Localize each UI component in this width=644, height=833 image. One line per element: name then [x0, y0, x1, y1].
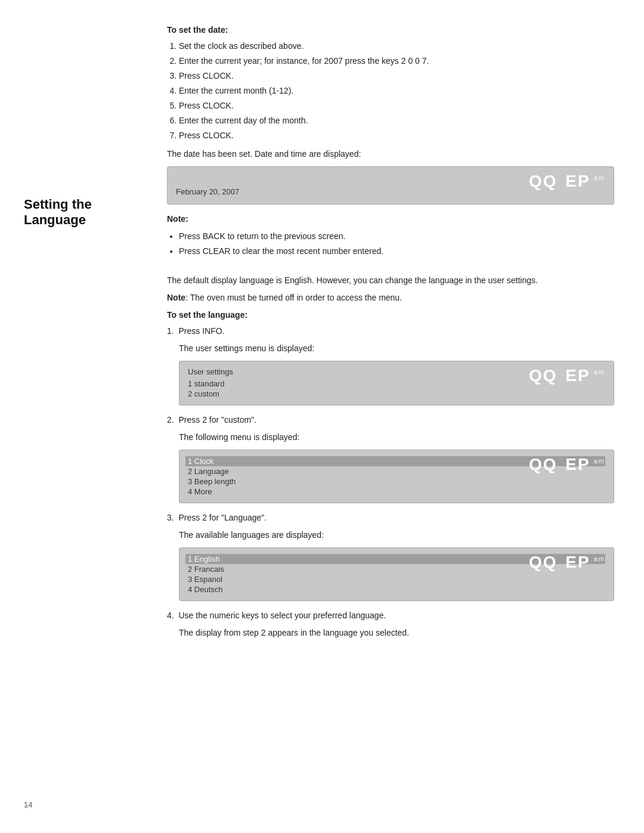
ep-text: EP — [565, 172, 590, 191]
language-step-1: 1. Press INFO. The user settings menu is… — [167, 325, 614, 405]
qq-ep-display: QQ EP am — [529, 366, 605, 385]
step-3-text: 3. Press 2 for "Language". — [167, 512, 614, 524]
step-item: Enter the current year; for instance, fo… — [179, 55, 614, 67]
set-date-section: To set the date: Set the clock as descri… — [167, 24, 614, 258]
qq-text: QQ — [529, 455, 558, 474]
am-label: am — [594, 368, 605, 376]
step-item: Press CLOCK. — [179, 100, 614, 112]
qq-text: QQ — [529, 366, 558, 385]
note-bold: Note — [167, 293, 185, 302]
user-settings-display: QQ EP am User settings 1 standard 2 cust… — [179, 361, 614, 405]
language-step-4: 4. Use the numeric keys to select your p… — [167, 609, 614, 639]
menu-item: 3 Espanol — [188, 574, 605, 584]
qq-ep-display: QQ EP am — [529, 553, 605, 572]
setting-language-section: The default display language is English.… — [167, 274, 614, 639]
qq-text: QQ — [529, 553, 558, 572]
menu-item: 4 Deutsch — [188, 584, 605, 594]
note-item: Press BACK to return to the previous scr… — [179, 230, 614, 243]
set-language-title: To set the language: — [167, 309, 614, 321]
step-4-text: 4. Use the numeric keys to select your p… — [167, 609, 614, 622]
am-label: am — [594, 555, 605, 562]
language-note: Note: The oven must be turned off in ord… — [167, 292, 614, 304]
am-label: am — [594, 174, 605, 181]
step-1-text: 1. Press INFO. — [167, 325, 614, 337]
step-3-sub: The available languages are displayed: — [179, 529, 614, 541]
set-date-steps: Set the clock as described above. Enter … — [179, 40, 614, 142]
step-2-sub: The following menu is displayed: — [179, 431, 614, 444]
ep-text: EP — [565, 455, 590, 474]
setting-language-heading: Setting the Language — [24, 197, 143, 228]
note-section: Note: — [167, 213, 614, 225]
languages-display: QQ EP am 1 English 2 Francais 3 Espanol … — [179, 547, 614, 601]
step-item: Press CLOCK. — [179, 70, 614, 82]
menu-item: 2 custom — [188, 389, 605, 399]
am-label: am — [594, 457, 605, 465]
step-item: Enter the current day of the month. — [179, 114, 614, 127]
note-label: Note: — [167, 214, 188, 224]
qq-ep-display: QQ EP am — [529, 172, 605, 191]
qq-ep-display: QQ EP am — [529, 455, 605, 474]
language-step-2: 2. Press 2 for "custom". The following m… — [167, 414, 614, 503]
menu-item: 4 More — [188, 487, 605, 497]
note-colon: : The oven must be turned off in order t… — [185, 293, 402, 302]
menu-item: 3 Beep length — [188, 476, 605, 487]
step-4-sub: The display from step 2 appears in the l… — [179, 627, 614, 639]
step-1-sub: The user settings menu is displayed: — [179, 342, 614, 355]
note-item: Press CLEAR to clear the most recent num… — [179, 245, 614, 258]
step-item: Enter the current month (1-12). — [179, 85, 614, 97]
note-list: Press BACK to return to the previous scr… — [179, 230, 614, 258]
set-date-title: To set the date: — [167, 24, 614, 36]
ep-text: EP — [565, 366, 590, 385]
step-item: Press CLOCK. — [179, 129, 614, 142]
qq-text: QQ — [529, 172, 558, 191]
date-display-box: QQ EP am February 20, 2007 — [167, 166, 614, 205]
language-step-3: 3. Press 2 for "Language". The available… — [167, 512, 614, 601]
step-item: Set the clock as described above. — [179, 40, 614, 52]
custom-menu-display: QQ EP am 1 Clock 2 Language 3 Beep lengt… — [179, 450, 614, 503]
page-number: 14 — [24, 800, 32, 809]
ep-text: EP — [565, 553, 590, 572]
after-set-date-text: The date has been set. Date and time are… — [167, 148, 614, 160]
language-intro: The default display language is English.… — [167, 274, 614, 287]
step-2-text: 2. Press 2 for "custom". — [167, 414, 614, 426]
